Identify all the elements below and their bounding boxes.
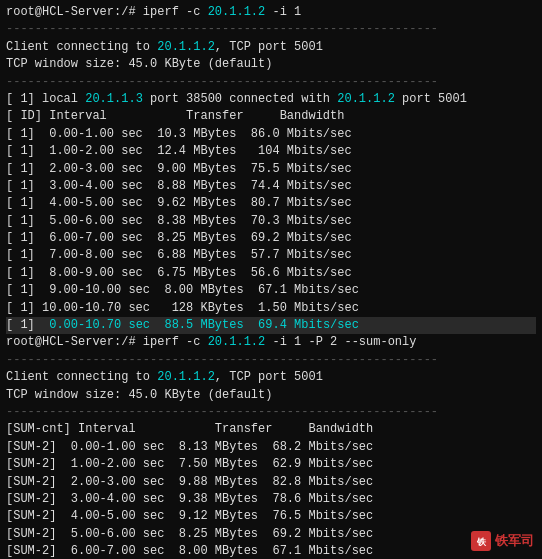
data-row-9: [ 1] 8.00-9.00 sec 6.75 MBytes 56.6 Mbit…	[6, 265, 536, 282]
sum-row-5: [SUM-2] 4.00-5.00 sec 9.12 MBytes 76.5 M…	[6, 508, 536, 525]
table-header-1: [ ID] Interval Transfer Bandwidth	[6, 108, 536, 125]
sum-row-6: [SUM-2] 5.00-6.00 sec 8.25 MBytes 69.2 M…	[6, 526, 536, 543]
divider-4: ----------------------------------------…	[6, 404, 536, 421]
watermark: 铁 铁军司	[471, 531, 534, 551]
data-row-10: [ 1] 9.00-10.00 sec 8.00 MBytes 67.1 Mbi…	[6, 282, 536, 299]
data-row-8: [ 1] 7.00-8.00 sec 6.88 MBytes 57.7 Mbit…	[6, 247, 536, 264]
data-row-2: [ 1] 1.00-2.00 sec 12.4 MBytes 104 Mbits…	[6, 143, 536, 160]
data-row-5: [ 1] 4.00-5.00 sec 9.62 MBytes 80.7 Mbit…	[6, 195, 536, 212]
data-row-3: [ 1] 2.00-3.00 sec 9.00 MBytes 75.5 Mbit…	[6, 161, 536, 178]
cmd-line-1: root@HCL-Server:/# iperf -c 20.1.1.2 -i …	[6, 4, 536, 21]
data-row-4: [ 1] 3.00-4.00 sec 8.88 MBytes 74.4 Mbit…	[6, 178, 536, 195]
client-connect-2: Client connecting to 20.1.1.2, TCP port …	[6, 369, 536, 386]
data-row-7: [ 1] 6.00-7.00 sec 8.25 MBytes 69.2 Mbit…	[6, 230, 536, 247]
terminal: root@HCL-Server:/# iperf -c 20.1.1.2 -i …	[0, 0, 542, 559]
summary-row-1: [ 1] 0.00-10.70 sec 88.5 MBytes 69.4 Mbi…	[6, 317, 536, 334]
watermark-text: 铁军司	[495, 532, 534, 551]
cmd-line-2: root@HCL-Server:/# iperf -c 20.1.1.2 -i …	[6, 334, 536, 351]
data-row-11: [ 1] 10.00-10.70 sec 128 KBytes 1.50 Mbi…	[6, 300, 536, 317]
data-row-6: [ 1] 5.00-6.00 sec 8.38 MBytes 70.3 Mbit…	[6, 213, 536, 230]
tcp-window-1: TCP window size: 45.0 KByte (default)	[6, 56, 536, 73]
divider-1: ----------------------------------------…	[6, 21, 536, 38]
sum-row-4: [SUM-2] 3.00-4.00 sec 9.38 MBytes 78.6 M…	[6, 491, 536, 508]
client-connect-1: Client connecting to 20.1.1.2, TCP port …	[6, 39, 536, 56]
sum-row-1: [SUM-2] 0.00-1.00 sec 8.13 MBytes 68.2 M…	[6, 439, 536, 456]
data-row-1: [ 1] 0.00-1.00 sec 10.3 MBytes 86.0 Mbit…	[6, 126, 536, 143]
table-header-2: [SUM-cnt] Interval Transfer Bandwidth	[6, 421, 536, 438]
sum-row-2: [SUM-2] 1.00-2.00 sec 7.50 MBytes 62.9 M…	[6, 456, 536, 473]
sum-row-3: [SUM-2] 2.00-3.00 sec 9.88 MBytes 82.8 M…	[6, 474, 536, 491]
watermark-svg: 铁	[474, 534, 488, 548]
watermark-icon: 铁	[471, 531, 491, 551]
tcp-window-2: TCP window size: 45.0 KByte (default)	[6, 387, 536, 404]
sum-row-7: [SUM-2] 6.00-7.00 sec 8.00 MBytes 67.1 M…	[6, 543, 536, 559]
svg-text:铁: 铁	[476, 537, 487, 547]
divider-3: ----------------------------------------…	[6, 352, 536, 369]
connected-line: [ 1] local 20.1.1.3 port 38500 connected…	[6, 91, 536, 108]
divider-2: ----------------------------------------…	[6, 74, 536, 91]
